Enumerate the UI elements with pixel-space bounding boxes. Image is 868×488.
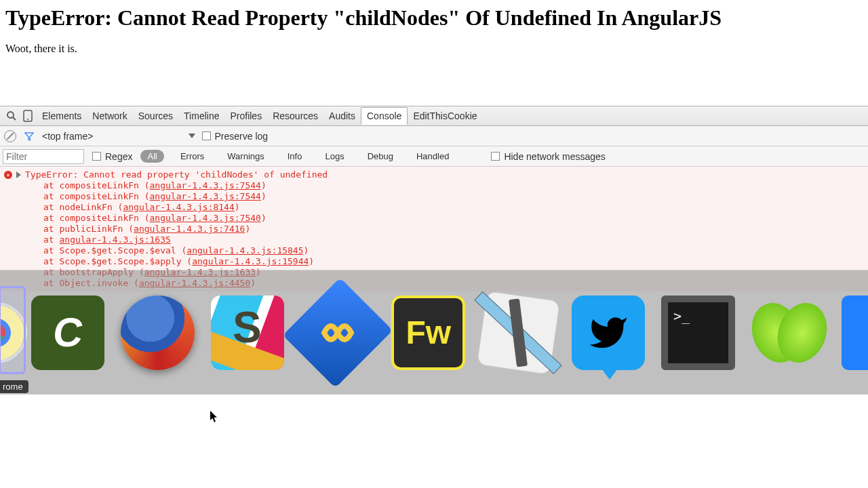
console-toolbar-1: <top frame> Preserve log bbox=[0, 126, 868, 146]
device-icon[interactable] bbox=[20, 108, 35, 123]
tab-resources[interactable]: Resources bbox=[267, 108, 323, 124]
page-title: TypeError: Cannot Read Property "childNo… bbox=[5, 5, 863, 30]
stack-link[interactable]: angular-1.4.3.js:7544 bbox=[150, 191, 261, 201]
dock-app-xcode[interactable] bbox=[477, 290, 560, 374]
checkbox-icon bbox=[92, 152, 101, 161]
error-icon: ✕ bbox=[4, 171, 12, 179]
filter-funnel-icon[interactable] bbox=[23, 130, 35, 142]
preserve-log-toggle[interactable]: Preserve log bbox=[202, 131, 269, 142]
console-toolbar-2: Regex AllErrorsWarningsInfoLogsDebugHand… bbox=[0, 146, 868, 167]
level-info[interactable]: Info bbox=[281, 150, 309, 163]
preserve-log-label: Preserve log bbox=[215, 131, 269, 142]
level-logs[interactable]: Logs bbox=[318, 150, 351, 163]
stack-frame: at compositeLinkFn (angular-1.4.3.js:754… bbox=[43, 213, 868, 224]
tab-timeline[interactable]: Timeline bbox=[178, 108, 224, 124]
expand-icon[interactable] bbox=[16, 171, 21, 178]
dock-app-terminal[interactable]: >_ bbox=[661, 296, 735, 370]
stack-link[interactable]: angular-1.4.3.js:15845 bbox=[186, 245, 303, 256]
tab-sources[interactable]: Sources bbox=[133, 108, 178, 124]
dock-app-twitter[interactable] bbox=[572, 296, 645, 370]
dock-app-camtasia[interactable]: C bbox=[31, 296, 104, 370]
devtools-tab-bar: ElementsNetworkSourcesTimelineProfilesRe… bbox=[0, 106, 868, 126]
filter-input[interactable] bbox=[3, 149, 84, 164]
svg-line-1 bbox=[13, 117, 16, 120]
stack-link[interactable]: angular-1.4.3.js:7544 bbox=[150, 180, 261, 190]
hide-network-label: Hide network messages bbox=[504, 151, 605, 162]
stack-link[interactable]: angular-1.4.3.js:1635 bbox=[59, 235, 170, 245]
dock-app-slack[interactable]: S bbox=[211, 296, 284, 370]
clear-console-icon[interactable] bbox=[4, 130, 16, 142]
error-message: TypeError: Cannot read property 'childNo… bbox=[25, 169, 328, 180]
stack-link[interactable]: angular-1.4.3.js:7540 bbox=[150, 213, 261, 223]
stack-link[interactable]: angular-1.4.3.js:8144 bbox=[123, 202, 234, 212]
hide-network-toggle[interactable]: Hide network messages bbox=[491, 151, 605, 162]
regex-toggle[interactable]: Regex bbox=[92, 151, 132, 162]
mouse-cursor bbox=[210, 411, 218, 423]
tab-console[interactable]: Console bbox=[361, 107, 408, 125]
tab-editthiscookie[interactable]: EditThisCookie bbox=[408, 108, 482, 124]
stack-frame: at angular-1.4.3.js:1635 bbox=[43, 235, 868, 245]
stack-frame: at compositeLinkFn (angular-1.4.3.js:754… bbox=[43, 180, 868, 191]
svg-point-3 bbox=[27, 119, 28, 120]
stack-frame: at publicLinkFn (angular-1.4.3.js:7416) bbox=[43, 224, 868, 235]
dock-app-wispr[interactable] bbox=[300, 296, 375, 370]
dock-app-firefox[interactable] bbox=[121, 296, 194, 370]
page-body-text: Woot, there it is. bbox=[5, 43, 863, 55]
dock-app-fireworks[interactable]: Fw bbox=[391, 296, 465, 370]
stack-link[interactable]: angular-1.4.3.js:7416 bbox=[134, 224, 245, 234]
level-warnings[interactable]: Warnings bbox=[220, 150, 271, 163]
svg-point-0 bbox=[7, 112, 14, 118]
tab-audits[interactable]: Audits bbox=[323, 108, 361, 124]
level-errors[interactable]: Errors bbox=[174, 150, 211, 163]
level-all[interactable]: All bbox=[140, 150, 163, 163]
level-debug[interactable]: Debug bbox=[361, 150, 400, 163]
macos-dock: C S Fw >_ bbox=[0, 270, 868, 394]
stack-link[interactable]: angular-1.4.3.js:15944 bbox=[192, 256, 309, 266]
stack-frame: at nodeLinkFn (angular-1.4.3.js:8144) bbox=[43, 202, 868, 213]
checkbox-icon bbox=[202, 131, 211, 140]
frame-selector-label: <top frame> bbox=[42, 131, 94, 142]
dock-app-chrome[interactable] bbox=[0, 302, 27, 363]
stack-frame: at compositeLinkFn (angular-1.4.3.js:754… bbox=[43, 191, 868, 202]
stack-frame: at Scope.$get.Scope.$apply (angular-1.4.… bbox=[43, 256, 868, 267]
regex-label: Regex bbox=[105, 151, 132, 162]
stack-frame: at Scope.$get.Scope.$eval (angular-1.4.3… bbox=[43, 245, 868, 256]
devtools-panel: ElementsNetworkSourcesTimelineProfilesRe… bbox=[0, 106, 868, 291]
dock-app-limechat[interactable] bbox=[751, 296, 825, 370]
tab-profiles[interactable]: Profiles bbox=[224, 108, 267, 124]
frame-selector[interactable]: <top frame> bbox=[42, 131, 195, 142]
level-handled[interactable]: Handled bbox=[410, 150, 456, 163]
chevron-down-icon bbox=[189, 134, 195, 138]
tab-elements[interactable]: Elements bbox=[37, 108, 87, 124]
search-icon[interactable] bbox=[4, 108, 19, 123]
dock-app-label: rome bbox=[0, 380, 28, 393]
dock-app-partial[interactable] bbox=[842, 296, 868, 370]
tab-network[interactable]: Network bbox=[87, 108, 132, 124]
checkbox-icon bbox=[491, 152, 500, 161]
